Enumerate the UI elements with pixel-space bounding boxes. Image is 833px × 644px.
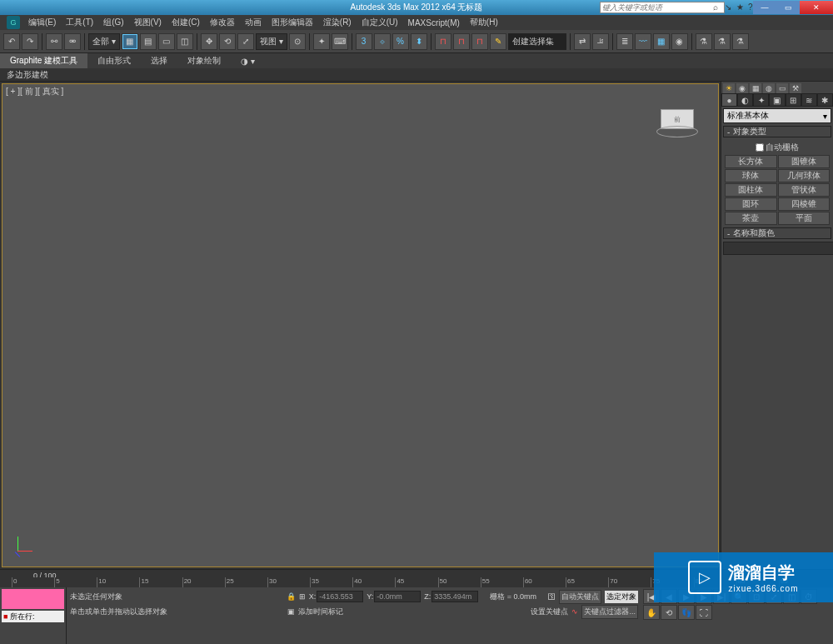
space-tab-icon[interactable]: ≋ — [801, 93, 817, 107]
filter-dropdown[interactable]: 全部 ▾ — [88, 33, 120, 50]
btn-torus[interactable]: 圆环 — [725, 197, 777, 211]
btn-plane[interactable]: 平面 — [778, 212, 831, 225]
key-wave-icon[interactable]: ∿ — [571, 607, 578, 616]
autokey-button[interactable]: 自动关键点 — [559, 590, 601, 604]
subcategory-dropdown[interactable]: 标准基本体▾ — [723, 108, 831, 123]
menu-customize[interactable]: 自定义(U) — [357, 17, 403, 28]
menu-modifiers[interactable]: 修改器 — [205, 17, 240, 28]
object-name-input[interactable] — [723, 242, 833, 255]
render-setup-button[interactable]: ⚗ — [696, 33, 712, 50]
helpers-tab-icon[interactable]: ⊞ — [786, 93, 801, 107]
rollout-object-type[interactable]: -对象类型 — [723, 126, 831, 137]
unlink-button[interactable]: ⚮ — [64, 33, 81, 50]
ribbon-tab-select[interactable]: 选择 — [141, 53, 177, 68]
menu-render[interactable]: 渲染(R) — [318, 17, 357, 28]
arrow-icon[interactable]: ↘ — [725, 2, 735, 12]
selection-sets-dropdown[interactable]: 创建选择集 — [508, 33, 566, 50]
star-icon[interactable]: ★ — [736, 2, 746, 12]
select-name-button[interactable]: ▤ — [140, 33, 157, 50]
viewport[interactable]: [ + ][ 前 ][ 真实 ] 前 — [2, 83, 719, 567]
menu-edit[interactable]: 编辑(E) — [23, 17, 61, 28]
maxscript-listener[interactable]: ■ 所在行: — [2, 611, 64, 622]
percent-snap-button[interactable]: % — [392, 33, 409, 50]
render-button[interactable]: ⚗ — [732, 33, 749, 50]
ribbon-tab-graphite[interactable]: Graphite 建模工具 — [0, 53, 87, 68]
time-tag-icon[interactable]: ▣ — [287, 607, 295, 616]
autogrid-checkbox[interactable]: 自动栅格 — [725, 142, 830, 153]
systems-tab-icon[interactable]: ✱ — [817, 93, 833, 107]
menu-animation[interactable]: 动画 — [240, 17, 267, 28]
schematic-button[interactable]: ▦ — [653, 33, 670, 50]
redo-button[interactable]: ↷ — [22, 33, 38, 50]
timeline-thumb[interactable] — [2, 589, 64, 609]
z-input[interactable] — [431, 591, 478, 602]
rollout-name-color[interactable]: -名称和颜色 — [723, 227, 831, 239]
sphere-icon[interactable]: ◍ — [763, 83, 775, 93]
btn-teapot[interactable]: 茶壶 — [725, 212, 777, 225]
link-button[interactable]: ⚯ — [46, 33, 62, 50]
rotate-button[interactable]: ⟲ — [219, 33, 236, 50]
ribbon-collapse-icon[interactable]: ◑ ▾ — [231, 53, 265, 68]
spinner-snap-button[interactable]: ⬍ — [411, 33, 427, 50]
undo-button[interactable]: ↶ — [3, 33, 20, 50]
binoculars-icon[interactable]: ⌕ — [713, 2, 723, 12]
keymode-button[interactable]: ⌨ — [332, 33, 348, 50]
walk-button[interactable]: 👣 — [678, 605, 695, 620]
y-input[interactable] — [374, 591, 421, 602]
shapes-tab-icon[interactable]: ◐ — [737, 93, 753, 107]
angle-snap-button[interactable]: ⟐ — [374, 33, 391, 50]
layers-button[interactable]: ≣ — [616, 33, 633, 50]
rect-select-button[interactable]: ▭ — [158, 33, 175, 50]
pan-button[interactable]: ✋ — [643, 605, 660, 620]
menu-help[interactable]: 帮助(H) — [465, 17, 503, 28]
mirror-button[interactable]: ⇄ — [574, 33, 591, 50]
geometry-tab-icon[interactable]: ● — [721, 93, 737, 107]
menu-group[interactable]: 组(G) — [98, 17, 128, 28]
menu-maxscript[interactable]: MAXScript(M) — [403, 18, 465, 27]
btn-geosphere[interactable]: 几何球体 — [778, 169, 831, 182]
btn-box[interactable]: 长方体 — [725, 155, 777, 168]
lights-tab-icon[interactable]: ✦ — [753, 93, 769, 107]
magnet-2-icon[interactable]: ⊓ — [453, 33, 470, 50]
ribbon-tab-freeform[interactable]: 自由形式 — [87, 53, 141, 68]
edit-selection-button[interactable]: ✎ — [490, 33, 506, 50]
menu-create[interactable]: 创建(C) — [167, 17, 205, 28]
viewport-label[interactable]: [ + ][ 前 ][ 真实 ] — [6, 86, 63, 97]
btn-cone[interactable]: 圆锥体 — [778, 155, 831, 168]
move-button[interactable]: ✥ — [201, 33, 217, 50]
x-input[interactable] — [317, 591, 363, 602]
menu-grapheditors[interactable]: 图形编辑器 — [267, 17, 318, 28]
menu-tools[interactable]: 工具(T) — [61, 17, 98, 28]
grid-icon[interactable]: ▦ — [750, 83, 761, 93]
ribbon-tab-paint[interactable]: 对象绘制 — [177, 53, 231, 68]
btn-sphere[interactable]: 球体 — [725, 169, 777, 182]
minimize-button[interactable]: — — [753, 1, 776, 14]
btn-tube[interactable]: 管状体 — [778, 183, 831, 197]
scale-button[interactable]: ⤢ — [237, 33, 254, 50]
window-crossing-button[interactable]: ◫ — [177, 33, 193, 50]
selected-dropdown[interactable]: 选定对象 — [605, 591, 638, 603]
pivot-button[interactable]: ⊙ — [289, 33, 306, 50]
add-time-tag[interactable]: 添加时间标记 — [298, 607, 343, 617]
render-frame-button[interactable]: ⚗ — [714, 33, 731, 50]
key-filters-button[interactable]: 关键点过滤器... — [581, 605, 638, 619]
refcoord-dropdown[interactable]: 视图 ▾ — [256, 33, 287, 50]
material-editor-button[interactable]: ◉ — [671, 33, 688, 50]
key-icon[interactable]: ⚿ — [548, 592, 556, 601]
curve-editor-button[interactable]: 〰 — [635, 33, 651, 50]
menu-view[interactable]: 视图(V) — [129, 17, 167, 28]
app-menu-icon[interactable]: G — [7, 16, 20, 29]
hammer-icon[interactable]: ⚒ — [790, 83, 801, 93]
compass-icon[interactable]: ◉ — [736, 83, 748, 93]
align-button[interactable]: ⫡ — [592, 33, 609, 50]
monitor-icon[interactable]: ▭ — [776, 83, 788, 93]
setkey-button[interactable]: 设置关键点 — [531, 607, 568, 617]
btn-pyramid[interactable]: 四棱锥 — [778, 197, 831, 211]
lock-icon[interactable]: 🔒 — [287, 592, 296, 601]
magnet-3-icon[interactable]: ⊓ — [471, 33, 488, 50]
viewcube[interactable]: 前 — [656, 109, 698, 144]
cameras-tab-icon[interactable]: ▣ — [769, 93, 785, 107]
select-button[interactable]: ▦ — [122, 33, 138, 50]
maximize-button[interactable]: ▭ — [776, 1, 800, 14]
search-input[interactable] — [600, 2, 725, 13]
